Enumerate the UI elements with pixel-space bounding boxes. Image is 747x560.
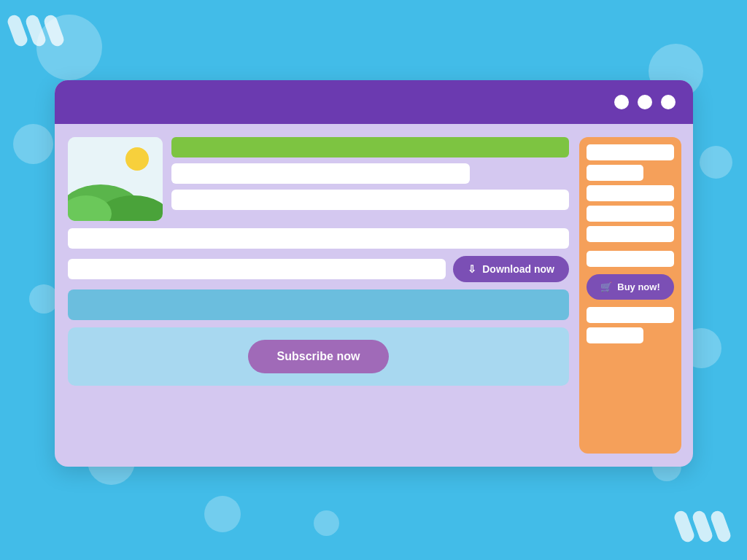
full-width-bar-1 [68, 228, 569, 249]
logo-top-left [7, 9, 73, 55]
svg-rect-5 [709, 509, 732, 544]
logo-bottom-right [674, 505, 740, 551]
window-btn-1[interactable] [614, 95, 629, 109]
download-button-label: Download now [482, 263, 554, 275]
download-row: ⇩ Download now [68, 256, 569, 282]
field-bar-short-1 [171, 163, 470, 184]
subscribe-button-label: Subscribe now [277, 350, 360, 362]
cart-icon: 🛒 [600, 281, 612, 292]
svg-point-7 [125, 147, 149, 171]
subscribe-button[interactable]: Subscribe now [248, 340, 390, 373]
svg-rect-3 [674, 509, 696, 544]
sidebar-bar-4 [587, 206, 674, 222]
top-row [68, 137, 569, 221]
buy-button-label: Buy now! [617, 281, 660, 292]
sidebar-bar-6 [587, 251, 674, 267]
browser-titlebar [55, 80, 693, 124]
sidebar-bar-7 [587, 307, 674, 323]
blue-highlight-bar [68, 289, 569, 320]
sidebar-bar-2 [587, 165, 643, 181]
subscribe-section: Subscribe now [68, 327, 569, 386]
right-sidebar: 🛒 Buy now! [579, 137, 681, 454]
title-bar-green [171, 137, 569, 158]
sidebar-bar-3 [587, 185, 674, 201]
field-bar-full-1 [171, 190, 569, 210]
download-button[interactable]: ⇩ Download now [453, 256, 569, 282]
svg-rect-4 [691, 509, 714, 544]
window-btn-3[interactable] [661, 95, 676, 109]
window-btn-2[interactable] [638, 95, 652, 109]
download-icon: ⇩ [468, 263, 476, 275]
sidebar-bar-5 [587, 226, 674, 242]
browser-content: ⇩ Download now Subscribe now 🛒 [55, 124, 693, 467]
fields-beside-image [171, 137, 569, 210]
browser-window: ⇩ Download now Subscribe now 🛒 [55, 80, 693, 467]
main-content: ⇩ Download now Subscribe now [68, 137, 569, 454]
svg-rect-2 [42, 13, 66, 48]
sidebar-bar-1 [587, 144, 674, 160]
svg-rect-1 [24, 13, 47, 48]
buy-now-button[interactable]: 🛒 Buy now! [587, 274, 674, 300]
svg-rect-0 [7, 13, 29, 48]
thumbnail-image [68, 137, 163, 221]
full-width-bar-2 [68, 259, 446, 279]
sidebar-bar-8 [587, 327, 643, 343]
